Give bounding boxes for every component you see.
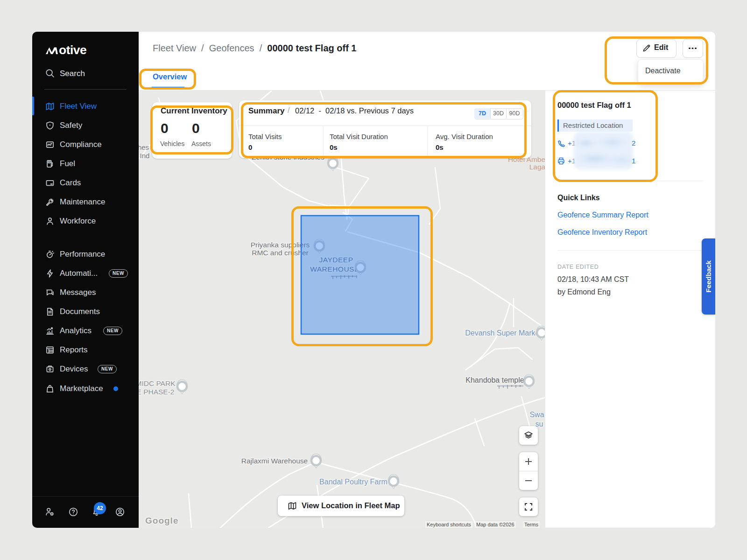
svg-text:Devansh Super Market: Devansh Super Market	[465, 329, 542, 337]
svg-text:Google: Google	[145, 516, 178, 525]
svg-text:RMC and crusher: RMC and crusher	[252, 249, 308, 257]
svg-text:Ind: Ind	[140, 152, 150, 160]
svg-text:MIDC PARK: MIDC PARK	[139, 379, 176, 387]
svg-text:Swa: Swa	[529, 411, 544, 419]
svg-text:otive: otive	[59, 43, 86, 56]
svg-text:E PHASE-2: E PHASE-2	[139, 388, 174, 396]
svg-text:Bandal Poultry Farm: Bandal Poultry Farm	[319, 478, 388, 486]
svg-text:Laga: Laga	[529, 163, 545, 171]
svg-text:hes: hes	[139, 143, 149, 151]
svg-text:Khandoba temple: Khandoba temple	[465, 376, 524, 384]
svg-text:Rajlaxmi Warehouse: Rajlaxmi Warehouse	[241, 457, 308, 465]
